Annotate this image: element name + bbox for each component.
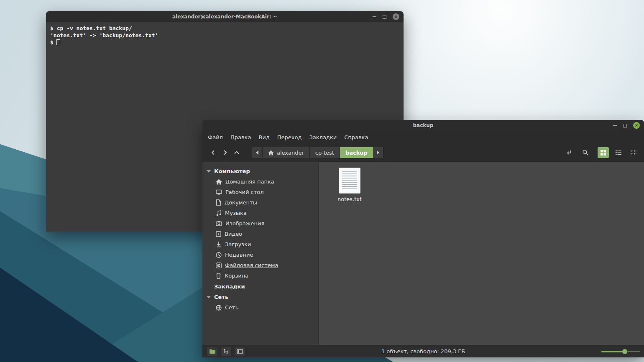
breadcrumb-home-label: alexander [277,150,304,156]
terminal-cursor [56,39,60,45]
trash-icon [216,273,221,279]
file-manager-titlebar[interactable]: backup [202,120,644,131]
breadcrumb-current-label: backup [345,150,368,156]
breadcrumb-scroll-left[interactable] [252,147,263,158]
sidebar-section-bookmarks[interactable]: Закладки [202,281,318,292]
terminal-window-controls [373,11,399,22]
sidebar-item-label: Корзина [225,273,248,279]
close-x-icon [635,124,638,127]
breadcrumb-current[interactable]: backup [340,147,373,158]
menu-help[interactable]: Справка [340,132,372,143]
compact-view-icon [630,150,637,156]
sidebar-section-computer[interactable]: Компьютер [202,166,318,176]
sidebar: Компьютер Домашняя папка Рабочий стол [202,162,319,345]
breadcrumb-parent-label: cp-test [315,150,334,156]
toggle-sidepanel-button[interactable] [234,347,245,356]
menu-view[interactable]: Вид [255,132,273,143]
list-view-button[interactable] [613,147,624,158]
toggle-treeview-button[interactable] [220,347,232,356]
sidebar-item-pictures[interactable]: Изображения [202,218,318,229]
breadcrumb-parent[interactable]: cp-test [310,147,340,158]
sidebar-item-downloads[interactable]: Загрузки [202,239,318,250]
menu-edit[interactable]: Правка [227,132,255,143]
sidebar-section-network[interactable]: Сеть [202,292,318,302]
clock-icon [216,252,222,258]
terminal-titlebar[interactable]: alexander@alexander-MacBookAir: ~ [46,11,404,22]
sidebar-item-label: Домашняя папка [225,178,274,185]
text-file-lines [342,171,357,190]
monitor-icon [216,189,222,195]
document-icon [216,199,221,206]
chevron-up-icon [233,149,240,156]
menu-file[interactable]: Файл [204,132,227,143]
compact-view-button[interactable] [628,147,639,158]
sidebar-item-label: Загрузки [225,241,251,247]
sidebar-item-music[interactable]: Музыка [202,208,318,218]
file-manager-window-controls [613,120,640,131]
terminal-title: alexander@alexander-MacBookAir: ~ [172,14,277,20]
menu-bookmarks[interactable]: Закладки [305,132,340,143]
download-arrow-icon [216,241,222,247]
breadcrumb-home[interactable]: alexander [263,147,310,158]
sidebar-item-home[interactable]: Домашняя папка [202,176,318,187]
music-note-icon [216,210,222,216]
view-switcher [598,147,639,158]
zoom-slider[interactable] [601,349,640,354]
zoom-slider-knob[interactable] [622,349,627,354]
toolbar-right [563,147,639,158]
breadcrumb-scroll-right[interactable] [373,147,383,158]
sidebar-item-label: Недавние [225,252,253,258]
sidebar-item-label: Файловая система [225,262,279,268]
menubar: Файл Правка Вид Переход Закладки Справка [202,131,644,143]
back-button[interactable] [207,147,219,158]
file-list-pane[interactable]: notes.txt [319,162,644,345]
sidebar-item-desktop[interactable]: Рабочий стол [202,187,318,197]
terminal-prompt-line: $ [50,39,399,46]
grid-view-icon [600,150,606,156]
statusbar: 1 объект, свободно: 209,3 ГБ [202,345,644,357]
zoom-slider-track [626,351,640,352]
sidebar-item-documents[interactable]: Документы [202,197,318,208]
forward-button[interactable] [219,147,231,158]
sidebar-item-label: Видео [225,231,242,237]
chevron-left-icon [210,149,217,156]
sidebar-item-filesystem[interactable]: Файловая система [202,260,318,270]
search-icon [582,149,589,156]
sidebar-item-label: Музыка [225,210,247,216]
icon-view-button[interactable] [598,147,609,158]
minimize-icon[interactable] [373,16,376,17]
sidebar-item-video[interactable]: Видео [202,229,318,239]
chevron-right-icon [222,149,228,156]
close-icon[interactable] [633,122,640,129]
edit-location-button[interactable] [563,147,574,158]
close-x-icon [394,15,398,18]
side-panel-icon [237,349,243,354]
sidebar-header-label: Сеть [214,294,228,300]
terminal-line: $ cp -v notes.txt backup/ [50,25,399,32]
up-button[interactable] [231,147,243,158]
disk-icon [216,263,222,268]
minimize-icon[interactable] [613,125,617,126]
folder-icon [209,349,216,354]
triangle-left-icon [255,150,259,155]
sidebar-item-label: Изображения [225,220,264,227]
list-view-icon [615,150,622,156]
toggle-places-button[interactable] [207,347,218,356]
sidebar-item-label: Рабочий стол [225,189,263,195]
maximize-icon[interactable] [623,124,627,127]
file-name: notes.txt [337,196,362,202]
sidebar-item-trash[interactable]: Корзина [202,270,318,281]
sidebar-item-network[interactable]: Сеть [202,302,318,313]
search-button[interactable] [580,147,591,158]
close-icon[interactable] [393,13,399,20]
sidebar-item-recent[interactable]: Недавние [202,250,318,260]
menu-go[interactable]: Переход [273,132,306,143]
status-summary: 1 объект, свободно: 209,3 ГБ [202,348,644,354]
text-file-icon [339,168,360,194]
file-item[interactable]: notes.txt [334,168,365,202]
file-manager-title: backup [413,122,434,128]
video-icon [216,231,221,237]
maximize-icon[interactable] [383,15,386,19]
file-manager-window: backup Файл Правка Вид Переход Закладки … [202,120,644,357]
edit-location-icon [565,149,572,156]
